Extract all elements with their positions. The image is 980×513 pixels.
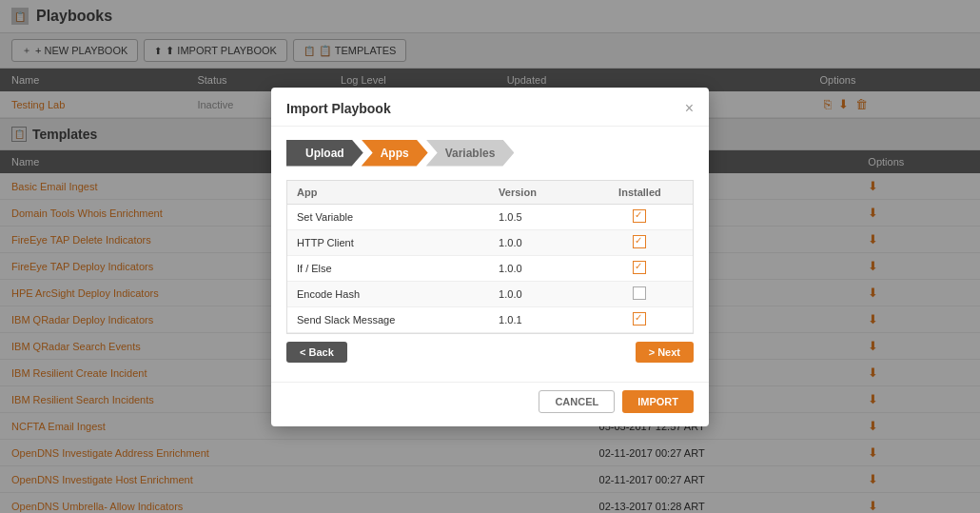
app-row: Set Variable 1.0.5 [287,204,693,229]
apps-table-container[interactable]: App Version Installed Set Variable 1.0.5… [286,180,694,334]
app-installed-checkbox[interactable] [633,209,646,223]
app-installed [587,306,693,332]
app-installed-checkbox[interactable] [633,235,646,248]
app-name: Encode Hash [287,281,489,306]
app-name: Set Variable [287,204,489,229]
step-variables[interactable]: Variables [426,140,515,167]
app-name: If / Else [287,255,489,281]
step-apps[interactable]: Apps [362,140,428,167]
app-installed [587,281,693,306]
app-version: 1.0.1 [489,306,587,332]
modal-actions: CANCEL IMPORT [271,382,709,426]
app-row: Send Slack Message 1.0.1 [287,306,693,332]
app-installed-checkbox[interactable] [633,312,646,326]
app-name: Send Slack Message [287,306,489,332]
app-row: HTTP Client 1.0.0 [287,229,693,255]
import-button[interactable]: IMPORT [622,390,694,413]
modal-title: Import Playbook [286,101,391,116]
back-button[interactable]: < Back [286,342,347,363]
modal-close-button[interactable]: × [685,101,694,116]
cancel-button[interactable]: CANCEL [539,390,615,413]
modal-overlay[interactable]: Import Playbook × Upload Apps Variables … [0,0,980,513]
apps-table: App Version Installed Set Variable 1.0.5… [287,181,693,333]
app-version: 1.0.0 [489,229,587,255]
app-row: If / Else 1.0.0 [287,255,693,281]
apps-col-version: Version [489,181,587,205]
modal-navigation: < Back > Next [286,334,694,372]
step-upload[interactable]: Upload [286,140,363,167]
wizard-steps: Upload Apps Variables [271,127,709,180]
modal-header: Import Playbook × [271,88,709,127]
app-version: 1.0.0 [489,281,587,306]
apps-col-installed: Installed [587,181,693,205]
modal-body: App Version Installed Set Variable 1.0.5… [271,180,709,382]
app-installed [587,255,693,281]
import-playbook-modal: Import Playbook × Upload Apps Variables … [271,88,709,426]
app-name: HTTP Client [287,229,489,255]
app-installed [587,204,693,229]
next-button[interactable]: > Next [636,342,694,363]
apps-col-app: App [287,181,489,205]
app-version: 1.0.0 [489,255,587,281]
app-row: Encode Hash 1.0.0 [287,281,693,306]
app-installed-checkbox[interactable] [633,286,646,300]
app-version: 1.0.5 [489,204,587,229]
app-installed [587,229,693,255]
app-installed-checkbox[interactable] [633,261,646,274]
